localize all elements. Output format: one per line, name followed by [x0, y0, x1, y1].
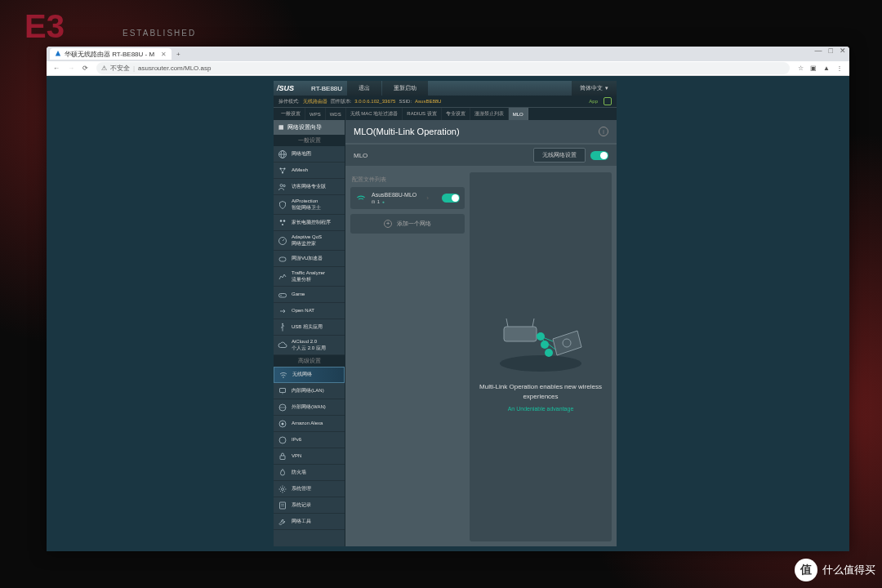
- svg-point-29: [500, 355, 581, 372]
- browser-tab[interactable]: 华硕无线路由器 RT-BE88U - M ✕: [50, 48, 172, 60]
- quick-setup-button[interactable]: ▦ 网络设置向导: [274, 120, 345, 135]
- panel-title-bar: MLO(Multi-Link Operation) i: [345, 120, 617, 143]
- sidebar-item-alexa[interactable]: Amazon Alexa: [274, 416, 345, 432]
- globe-icon: [277, 149, 288, 160]
- sidebar-item-vpn[interactable]: VPN: [274, 448, 345, 465]
- svg-point-22: [282, 422, 284, 425]
- svg-rect-30: [504, 327, 537, 341]
- tab-radius[interactable]: RADIUS 设置: [403, 108, 441, 120]
- nav-forward-icon[interactable]: →: [68, 65, 74, 72]
- extension-icon[interactable]: ▣: [810, 65, 817, 72]
- sidebar-item-label: 网络工具: [292, 519, 341, 524]
- firmware-value[interactable]: 3.0.0.6.102_33675: [354, 99, 395, 104]
- tab-wds[interactable]: WDS: [326, 108, 346, 120]
- tab-pro[interactable]: 专业设置: [442, 108, 470, 120]
- tab-title: 华硕无线路由器 RT-BE88U - M: [65, 50, 154, 59]
- sidebar-item-ipv6[interactable]: IPv6: [274, 432, 345, 448]
- advantage-link[interactable]: An Undeniable advantage: [508, 406, 574, 412]
- svg-rect-12: [279, 257, 286, 261]
- chevron-right-icon: ›: [426, 194, 429, 202]
- wifi-icon: [355, 193, 367, 204]
- logout-button[interactable]: 退出: [347, 81, 381, 96]
- alexa-icon: [277, 418, 288, 430]
- svg-point-35: [541, 341, 549, 349]
- tab-close-icon[interactable]: ✕: [161, 51, 167, 58]
- menu-icon[interactable]: ⋮: [836, 65, 843, 72]
- svg-point-10: [282, 224, 283, 225]
- sidebar-item-label: AiCloud 2.0个人云 2.0 应用: [292, 339, 341, 350]
- svg-point-6: [280, 184, 283, 186]
- sidebar-item-label: 网络地图: [292, 151, 341, 157]
- profile-icon[interactable]: ▲: [823, 65, 830, 72]
- security-label: 不安全: [110, 64, 130, 73]
- ssid-value: AsusBE88U: [415, 99, 441, 104]
- sidebar-item-label: VPN: [292, 453, 341, 459]
- sidebar-item-usb[interactable]: USB 相关应用: [274, 319, 345, 336]
- info-icon[interactable]: i: [599, 127, 608, 136]
- sidebar-item-tool[interactable]: 网络工具: [274, 514, 345, 530]
- sidebar-item-log[interactable]: 系统记录: [274, 497, 345, 514]
- sidebar-section-general: 一般设置: [274, 135, 345, 146]
- add-network-button[interactable]: + 添加一个网络: [350, 214, 465, 234]
- wifi-icon: [278, 369, 289, 381]
- app-icon[interactable]: [604, 97, 612, 105]
- url-input[interactable]: ⚠ 不安全 | asusrouter.com/MLO.asp: [96, 62, 790, 74]
- shield-icon: [277, 199, 288, 211]
- usb-icon: [277, 322, 288, 333]
- sidebar-item-shield[interactable]: AiProtection智能网络卫士: [274, 195, 345, 215]
- sidebar-item-globe[interactable]: 网络地图: [274, 146, 345, 163]
- svg-rect-26: [280, 502, 286, 509]
- sidebar-item-fire[interactable]: 防火墙: [274, 465, 345, 481]
- page-content: /SUS RT-BE88U 退出 重新启动 简体中文 ▾ 操作模式: 无线路由器…: [47, 76, 849, 551]
- mlo-description: Multi-Link Operation enables new wireles…: [478, 382, 604, 400]
- sidebar-item-label: Traffic Analyzer流量分析: [292, 270, 341, 282]
- sidebar-item-game2[interactable]: Game: [274, 287, 345, 303]
- profile-list-column: 配置文件列表 AsusBE88U-MLO ⊡ 1: [350, 172, 465, 541]
- mlo-toggle[interactable]: [590, 151, 608, 160]
- tab-mlo[interactable]: MLO: [509, 108, 528, 120]
- sidebar-item-lan[interactable]: 内部网络(LAN): [274, 383, 345, 399]
- minimize-button[interactable]: —: [815, 47, 822, 55]
- sidebar-item-guest[interactable]: 访客网络专业版: [274, 179, 345, 195]
- bookmark-icon[interactable]: ☆: [798, 65, 804, 72]
- wireless-settings-button[interactable]: 无线网络设置: [533, 148, 586, 163]
- svg-point-36: [545, 349, 553, 357]
- fire-icon: [277, 467, 288, 479]
- mlo-label: MLO: [354, 152, 368, 159]
- sidebar-item-label: Game: [292, 292, 341, 297]
- lan-icon: [277, 385, 288, 397]
- sidebar-item-wan[interactable]: 外部网络(WAN): [274, 399, 345, 416]
- sidebar-item-traffic[interactable]: Traffic Analyzer流量分析: [274, 267, 345, 287]
- close-button[interactable]: ✕: [840, 47, 846, 55]
- app-link[interactable]: App: [589, 99, 598, 104]
- tab-mac-filter[interactable]: 无线 MAC 地址过滤器: [346, 108, 403, 120]
- sidebar-item-mesh[interactable]: AiMesh: [274, 163, 345, 179]
- watermark-badge: 值: [795, 559, 817, 581]
- sidebar-section-advanced: 高级设置: [274, 355, 345, 367]
- qos-icon: [277, 235, 288, 247]
- sidebar-item-parent[interactable]: 家长电脑控制程序: [274, 215, 345, 231]
- tab-roaming[interactable]: 漫游禁止列表: [470, 108, 509, 120]
- reload-icon[interactable]: ⟳: [82, 65, 88, 72]
- tab-wps[interactable]: WPS: [305, 108, 326, 120]
- sidebar-item-label: 系统记录: [292, 502, 341, 508]
- maximize-button[interactable]: □: [829, 47, 833, 55]
- new-tab-button[interactable]: +: [172, 51, 185, 58]
- language-selector[interactable]: 简体中文 ▾: [572, 81, 617, 96]
- sidebar-item-admin[interactable]: 系统管理: [274, 481, 345, 497]
- sidebar-item-cloud[interactable]: AiCloud 2.0个人云 2.0 应用: [274, 336, 345, 355]
- sidebar-item-nat[interactable]: Open NAT: [274, 303, 345, 319]
- mesh-dot-icon: ●: [382, 199, 385, 204]
- sidebar-item-wifi[interactable]: 无线网络: [274, 367, 345, 383]
- sidebar-item-game1[interactable]: 网游VU加速器: [274, 251, 345, 267]
- profile-card[interactable]: AsusBE88U-MLO ⊡ 1 ● ›: [350, 187, 465, 209]
- sidebar-item-qos[interactable]: Adaptive QoS网络监控家: [274, 231, 345, 251]
- profile-toggle[interactable]: [442, 194, 460, 203]
- mode-value[interactable]: 无线路由器: [303, 98, 327, 105]
- tab-general[interactable]: 一般设置: [277, 108, 305, 120]
- mlo-toggle-row: MLO 无线网络设置: [345, 145, 617, 166]
- nav-back-icon[interactable]: ←: [53, 65, 60, 72]
- plus-icon: +: [384, 220, 392, 228]
- panel-title: MLO(Multi-Link Operation): [354, 127, 460, 136]
- reboot-button[interactable]: 重新启动: [382, 81, 428, 96]
